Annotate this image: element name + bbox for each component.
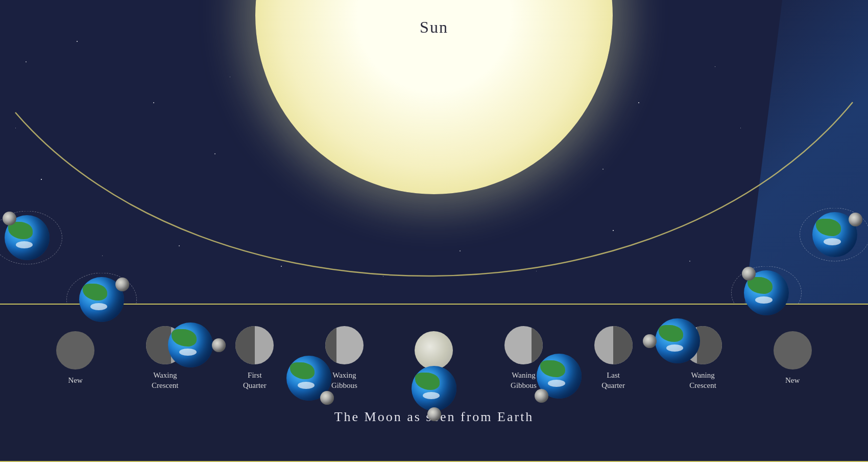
phase-item-new2: New [774,331,812,386]
phase-label-last-quarter: LastQuarter [601,371,625,390]
earth-system-9 [797,196,868,273]
earths-row [0,112,868,307]
moon-dot-5 [427,407,441,421]
phase-item-last-quarter: LastQuarter [594,326,633,390]
moon-dot-1 [3,212,16,225]
phase-moon-first-quarter [235,326,274,364]
moon-dot-2 [115,278,129,291]
phase-label-waxing-gibbous: WaxingGibbous [331,371,357,390]
phase-item-first-quarter: FirstQuarter [235,326,274,390]
phase-moon-new1 [56,331,94,369]
star [153,102,154,103]
star [26,61,27,62]
phase-label-new2: New [785,376,800,386]
sun-label: Sun [420,18,448,37]
phase-label-waning-crescent: WaningCrescent [689,371,716,390]
phase-moon-full [415,331,453,369]
moon-dot-4 [320,391,334,405]
phase-moon-new2 [774,331,812,369]
phase-moon-waning-gibbous [504,326,543,364]
phase-label-first-quarter: FirstQuarter [243,371,267,390]
phase-label-waxing-crescent: WaxingCrescent [152,371,178,390]
earth-globe-3 [168,322,213,367]
star [638,102,639,103]
star [715,66,715,67]
earth-globe-5 [412,366,456,411]
star [230,77,230,77]
phase-item-new1: New [56,331,94,386]
moon-dot-8 [742,267,756,281]
earth-system-1 [0,199,65,276]
phase-label-new1: New [68,376,83,386]
moon-dot-6 [535,389,548,403]
phase-moon-waxing-gibbous [325,326,364,364]
phase-label-waning-gibbous: WaningGibbous [511,371,537,390]
star [77,41,78,42]
phase-moon-last-quarter [594,326,633,364]
moon-dot-7 [643,334,657,348]
earth-globe-7 [655,318,700,363]
